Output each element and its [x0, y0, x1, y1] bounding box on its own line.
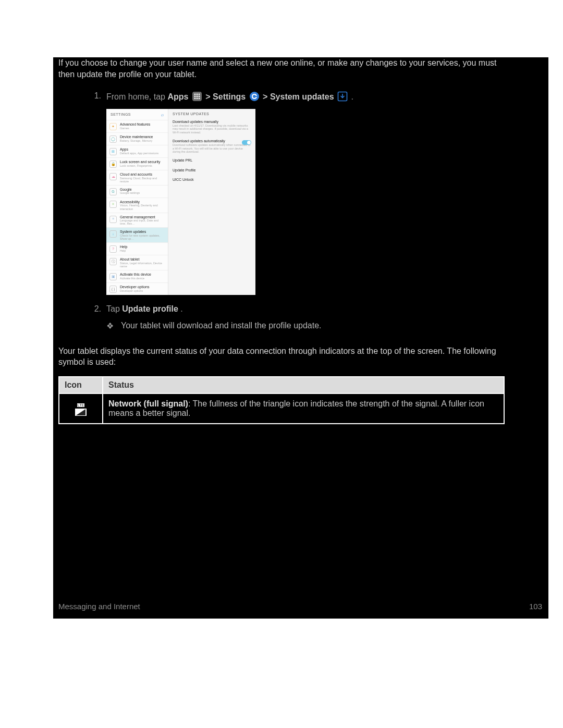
step-1: 1. From home, tap Apps > Settings > Syst… — [58, 91, 505, 102]
footer-page-number: 103 — [529, 602, 542, 611]
svg-marker-13 — [76, 409, 85, 415]
system-updates-item: UICC Unlock — [173, 178, 251, 182]
settings-list-item: { }Developer optionsDeveloper options — [106, 282, 168, 295]
svg-point-6 — [198, 96, 200, 97]
page-footer: Messaging and Internet 103 — [58, 602, 542, 611]
settings-list-item: ◯Device maintenanceBattery, Storage, Mem… — [106, 132, 168, 145]
settings-list-item: ?HelpHelp — [106, 242, 168, 255]
settings-list-item: 🔒Lock screen and securityLock screen, Fi… — [106, 157, 168, 170]
system-updates-panel-title: SYSTEM UPDATES — [173, 112, 251, 116]
document-page: If you choose to change your user name a… — [0, 0, 563, 728]
settings-list-item: ⓘAbout tabletStatus, Legal information, … — [106, 255, 168, 270]
network-signal-icon: LTE — [59, 393, 103, 424]
settings-panel-title: SETTINGS — [111, 113, 131, 117]
apps-icon — [192, 91, 202, 102]
data-connection-description: Your tablet displays the current status … — [58, 346, 505, 368]
settings-list-item: ⊞AppsDefault apps, App permissions — [106, 145, 168, 157]
settings-list-item: ✧AccessibilityVision, Hearing, Dexterity… — [106, 198, 168, 213]
settings-icon — [249, 91, 260, 102]
footer-section: Messaging and Internet — [58, 602, 140, 611]
system-updates-item: Update PRL — [173, 158, 251, 163]
settings-list-item: ☁Cloud and accountsSamsung Cloud, Backup… — [106, 170, 168, 185]
svg-point-5 — [196, 96, 198, 97]
system-updates-item: Download updates automaticallyDownload s… — [173, 139, 251, 153]
intro-paragraph: If you choose to change your user name a… — [58, 57, 505, 80]
result-bullet: ❖ Your tablet will download and install … — [58, 321, 505, 331]
settings-list-item: GGoogleGoogle settings — [106, 185, 168, 198]
svg-point-2 — [196, 94, 198, 95]
svg-point-8 — [196, 98, 198, 100]
search-icon: ⌕ — [161, 112, 164, 118]
settings-list-item: ✦Advanced featuresGames — [106, 120, 168, 132]
toggle-switch — [242, 140, 251, 145]
col-status: Status — [103, 377, 504, 393]
system-updates-icon — [337, 91, 348, 102]
settings-screenshot: SETTINGS ⌕ ✦Advanced featuresGames◯Devic… — [106, 109, 255, 295]
settings-list-item: ≡General managementLanguage and input, D… — [106, 213, 168, 228]
svg-point-4 — [194, 96, 195, 97]
svg-point-9 — [198, 98, 200, 100]
settings-list-item: ▣Activate this deviceActivate this devic… — [106, 270, 168, 282]
svg-point-11 — [253, 96, 255, 97]
svg-point-1 — [194, 94, 195, 95]
system-updates-item: Update Profile — [173, 168, 251, 172]
col-icon: Icon — [59, 377, 103, 393]
network-signal-description: Network (full signal): The fullness of t… — [103, 393, 504, 424]
settings-list-item: ↓System updatesCheck for new system upda… — [106, 227, 168, 242]
status-indicator-table: Icon Status LTE Network (full signal): T… — [58, 376, 505, 424]
step-2: 2. Tap Update profile . — [58, 304, 505, 314]
system-updates-item: Download updates manuallyLast checked on… — [173, 120, 251, 134]
svg-point-3 — [198, 94, 200, 95]
svg-point-7 — [194, 98, 195, 100]
